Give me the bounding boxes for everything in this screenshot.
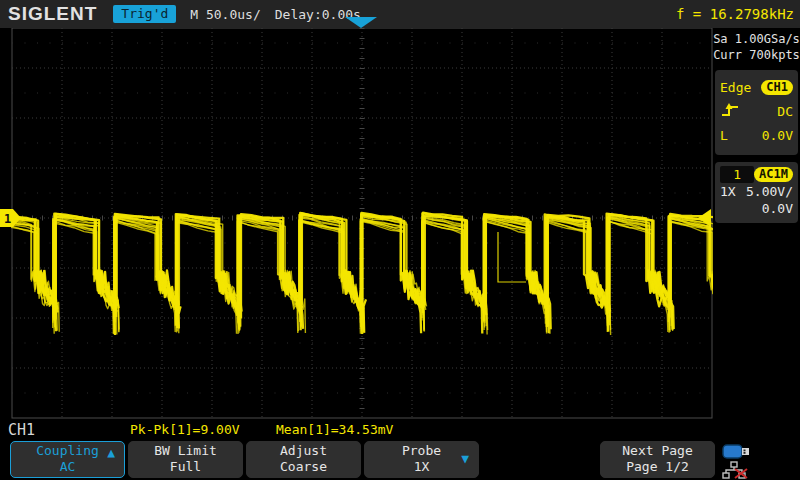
- waveform-display: 1: [0, 28, 714, 420]
- measurement-row: CH1 Pk-Pk[1]=9.00V Mean[1]=34.53mV: [0, 419, 800, 440]
- ch1-waveform-trace: [0, 213, 714, 335]
- channel-number-tab[interactable]: 1: [720, 166, 754, 183]
- menu-button-adjust[interactable]: Adjust Coarse: [246, 441, 361, 478]
- top-status-bar: SIGLENT Trig'd M 50.0us/ Delay:0.00s f =…: [0, 0, 800, 28]
- sample-rate: Sa 1.00GSa/s: [713, 31, 800, 47]
- menu-title: CH1: [8, 421, 35, 439]
- menu-button-next-page[interactable]: Next Page Page 1/2: [600, 441, 715, 478]
- memory-depth: Curr 700kpts: [713, 47, 800, 63]
- channel-panel[interactable]: 1 AC1M 1X 5.00V/ 0.0V: [715, 162, 798, 223]
- graticule-waveform-svg: 1: [0, 28, 714, 420]
- trigger-type-label: Edge: [720, 80, 751, 95]
- frequency-counter: f = 16.2798kHz: [676, 6, 794, 22]
- measurement-mean: Mean[1]=34.53mV: [276, 422, 393, 437]
- menu-button-next-page-label: Next Page: [601, 443, 714, 459]
- trigger-source-badge[interactable]: CH1: [761, 80, 793, 95]
- menu-button-adjust-value: Coarse: [247, 459, 360, 475]
- acquisition-info: Sa 1.00GSa/s Curr 700kpts: [713, 31, 800, 63]
- menu-button-bw-limit-label: BW Limit: [129, 443, 242, 459]
- ch1-trace-sweep: [0, 220, 714, 335]
- menu-button-bw-limit-value: Full: [129, 459, 242, 475]
- menu-button-next-page-value: Page 1/2: [601, 459, 714, 475]
- menu-button-probe[interactable]: Probe 1X ▼: [364, 441, 479, 478]
- rising-edge-icon: [720, 102, 740, 121]
- lan-disconnected-icon: [722, 461, 748, 480]
- menu-button-adjust-label: Adjust: [247, 443, 360, 459]
- probe-attenuation: 1X: [720, 184, 736, 199]
- channel-coupling-badge[interactable]: AC1M: [754, 167, 793, 182]
- oscilloscope-screen: SIGLENT Trig'd M 50.0us/ Delay:0.00s f =…: [0, 0, 800, 480]
- channel-offset: 0.0V: [762, 201, 793, 216]
- up-arrow-icon: ▲: [107, 445, 115, 461]
- menu-button-coupling-label: Coupling: [36, 443, 99, 458]
- trigger-status-badge[interactable]: Trig'd: [113, 5, 176, 23]
- menu-button-coupling[interactable]: Coupling ▲ AC: [10, 441, 125, 478]
- soft-menu-row: Coupling ▲ AC BW Limit Full Adjust Coars…: [0, 440, 800, 480]
- menu-button-bw-limit[interactable]: BW Limit Full: [128, 441, 243, 478]
- measurement-pkpk: Pk-Pk[1]=9.00V: [130, 422, 240, 437]
- siglent-logo: SIGLENT: [8, 3, 97, 25]
- volts-per-div: 5.00V/: [746, 184, 793, 199]
- menu-button-coupling-value: AC: [11, 459, 124, 475]
- down-arrow-icon: ▼: [461, 451, 469, 467]
- trigger-level-label: L: [720, 128, 728, 143]
- trigger-position-marker[interactable]: [345, 17, 377, 28]
- ch1-zero-marker-label: 1: [4, 212, 11, 226]
- trigger-coupling-label: DC: [777, 104, 793, 119]
- timebase-readout: M 50.0us/: [190, 7, 260, 22]
- trigger-panel[interactable]: Edge CH1 DC L 0.0V: [715, 70, 798, 155]
- trigger-level-value: 0.0V: [762, 128, 793, 143]
- right-sidebar: Sa 1.00GSa/s Curr 700kpts Edge CH1 DC L …: [713, 28, 800, 420]
